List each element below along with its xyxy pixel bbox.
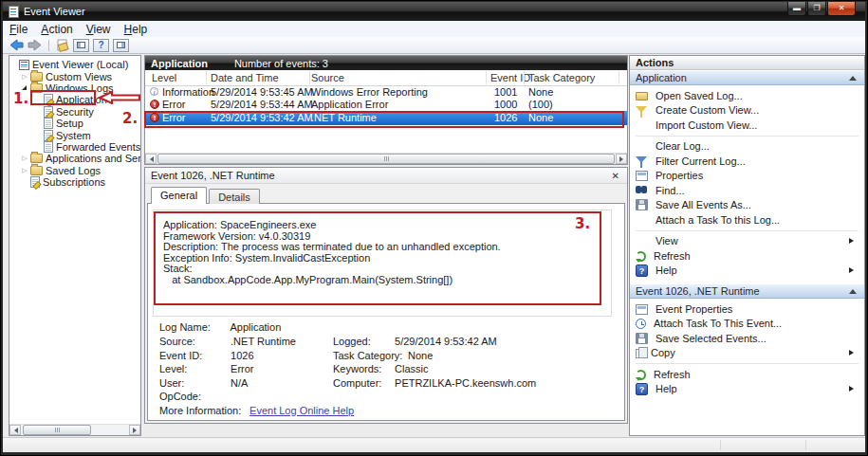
workspace: Event Viewer (Local) ▷ Custom Views Wind…: [3, 54, 865, 437]
actions-section-event-1026[interactable]: Event 1026, .NET Runtime: [630, 283, 864, 299]
event-log-online-help-link[interactable]: Event Log Online Help: [249, 405, 354, 416]
action-copy[interactable]: Copy: [630, 346, 864, 361]
floppy-disk-icon: [636, 199, 648, 210]
refresh-icon: [636, 370, 646, 380]
menu-action[interactable]: Action: [34, 22, 79, 37]
close-button[interactable]: ✕: [827, 2, 856, 16]
event-viewer-window: Event Viewer ▬ ❐ ✕ File Action View Help…: [0, 0, 868, 456]
folder-icon: [30, 154, 43, 163]
console-tree-toggle-icon[interactable]: [73, 39, 89, 52]
action-event-properties[interactable]: Event Properties: [630, 301, 864, 317]
folder-icon: [30, 83, 43, 93]
field-label-level: Level:: [159, 363, 228, 374]
action-find[interactable]: Find...: [630, 183, 864, 198]
menu-file[interactable]: File: [3, 22, 34, 37]
binoculars-icon: [636, 184, 648, 196]
action-help[interactable]: ? Help: [630, 264, 864, 279]
scroll-left-icon[interactable]: [145, 154, 157, 164]
column-level[interactable]: Level: [152, 72, 176, 83]
task-clock-icon: [636, 319, 646, 329]
collapse-icon[interactable]: [849, 72, 857, 81]
scrollbar-thumb[interactable]: [23, 425, 91, 435]
menu-help[interactable]: Help: [118, 22, 155, 37]
error-icon: !: [150, 100, 159, 109]
event-row-error-1000[interactable]: ! Error 5/29/2014 9:53:44 AM Application…: [145, 99, 627, 111]
console-tree-panel: Event Viewer (Local) ▷ Custom Views Wind…: [9, 55, 141, 436]
expander-collapsed-icon[interactable]: ▷: [19, 167, 30, 174]
help-toolbar-icon[interactable]: ?: [93, 39, 109, 52]
events-list-panel: Application Number of events: 3 Level Da…: [144, 55, 628, 165]
event-row-error-1026-selected[interactable]: ! Error 5/29/2014 9:53:42 AM .NET Runtim…: [145, 111, 627, 125]
back-icon[interactable]: [9, 39, 24, 51]
column-source[interactable]: Source: [311, 72, 344, 83]
tree-item-security[interactable]: Security: [9, 106, 140, 118]
annotation-arrow-icon: [98, 91, 141, 104]
tree-horizontal-scrollbar[interactable]: [9, 424, 140, 435]
event-row-information-1001[interactable]: i Information 5/29/2014 9:53:45 AM Windo…: [145, 86, 627, 99]
action-attach-a-task-to-this-log[interactable]: Attach a Task To this Log...: [630, 212, 864, 228]
action-refresh[interactable]: Refresh: [630, 248, 864, 264]
actions-section-application[interactable]: Application: [630, 70, 864, 85]
tree-item-forwarded-events[interactable]: Forwarded Events: [9, 141, 140, 153]
action-view[interactable]: View: [630, 234, 864, 249]
scroll-right-icon[interactable]: [616, 154, 627, 164]
action-attach-task-to-this-event[interactable]: Attach Task To This Event...: [630, 317, 864, 332]
status-bar: [3, 437, 865, 452]
field-label-source: Source:: [159, 336, 228, 347]
title-bar[interactable]: Event Viewer ▬ ❐ ✕: [3, 2, 865, 21]
funnel-yellow-icon: [636, 106, 647, 113]
menu-view[interactable]: View: [80, 22, 118, 37]
tree-item-event-viewer-local[interactable]: Event Viewer (Local): [9, 59, 140, 70]
action-clear-log[interactable]: Clear Log...: [630, 139, 864, 155]
scroll-left-icon[interactable]: [9, 425, 21, 435]
tree-item-custom-views[interactable]: ▷ Custom Views: [9, 70, 140, 82]
blank-icon: [636, 140, 648, 153]
blank-icon: [636, 235, 648, 247]
column-date-time[interactable]: Date and Time: [211, 72, 279, 83]
column-task-category[interactable]: Task Category: [528, 72, 595, 83]
submenu-arrow-icon: [849, 267, 857, 273]
action-save-all-events-as[interactable]: Save All Events As...: [630, 198, 864, 213]
action-filter-current-log[interactable]: Filter Current Log...: [630, 154, 864, 169]
events-horizontal-scrollbar[interactable]: [145, 153, 627, 164]
tab-details[interactable]: Details: [209, 189, 260, 204]
help-icon: ?: [636, 264, 648, 277]
expander-collapsed-icon[interactable]: ▷: [19, 155, 30, 162]
field-label-event-id: Event ID:: [159, 350, 228, 361]
action-create-custom-view[interactable]: Create Custom View...: [630, 103, 864, 119]
export-list-icon[interactable]: [56, 39, 69, 52]
log-icon: [44, 106, 53, 118]
annotation-step-1: 1.: [13, 90, 28, 107]
tab-general[interactable]: General: [151, 187, 207, 204]
action-help-event[interactable]: ? Help: [630, 382, 864, 397]
action-pane-toggle-icon[interactable]: [113, 39, 129, 52]
action-properties[interactable]: Properties: [630, 169, 864, 184]
preview-close-icon[interactable]: ✕: [612, 171, 619, 181]
tree-item-saved-logs[interactable]: ▷ Saved Logs: [9, 165, 140, 176]
scroll-right-icon[interactable]: [129, 425, 140, 435]
scrollbar-thumb[interactable]: [157, 154, 615, 164]
maximize-button[interactable]: ❐: [807, 2, 826, 16]
action-open-saved-log[interactable]: Open Saved Log...: [630, 88, 864, 103]
tree-item-subscriptions[interactable]: Subscriptions: [9, 176, 140, 188]
log-icon: [44, 94, 53, 105]
subscriptions-icon: [30, 176, 40, 188]
properties-icon: [636, 304, 648, 315]
action-import-custom-view[interactable]: Import Custom View...: [630, 118, 864, 133]
separator: [636, 363, 859, 364]
annotation-step-2: 2.: [122, 110, 138, 127]
field-value-level: Error: [231, 363, 253, 374]
preview-header: Event 1026, .NET Runtime ✕: [145, 168, 627, 184]
tree-item-system[interactable]: System: [9, 129, 140, 140]
collapse-icon[interactable]: [849, 285, 857, 294]
event-description-box[interactable]: Application: SpaceEngineers.exe Framewor…: [153, 210, 612, 317]
forward-icon[interactable]: [28, 39, 42, 51]
actions-pane-title: Actions: [630, 56, 864, 70]
action-save-selected-events[interactable]: Save Selected Events...: [630, 331, 864, 346]
action-refresh-event[interactable]: Refresh: [630, 367, 864, 382]
column-headers[interactable]: Level Date and Time Source Event ID Task…: [145, 70, 627, 86]
tree-item-applications-and-services-logs[interactable]: ▷ Applications and Services Lo: [9, 153, 140, 164]
minimize-button[interactable]: ▬: [787, 2, 806, 16]
expander-collapsed-icon[interactable]: ▷: [19, 73, 30, 81]
tree-item-setup[interactable]: Setup: [9, 118, 140, 129]
